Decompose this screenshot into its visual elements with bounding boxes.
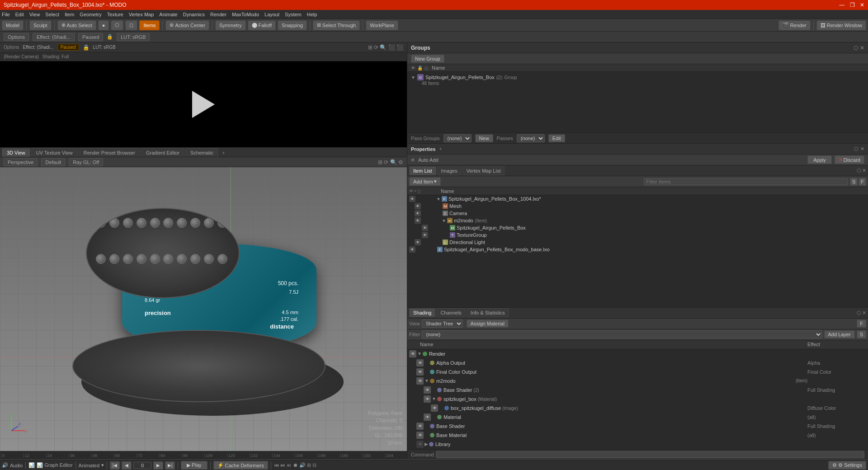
render-btn[interactable]: 🎬 Render [778, 20, 811, 30]
tab-add-btn[interactable]: + [219, 149, 227, 157]
menu-vertex-map[interactable]: Vertex Map [129, 12, 154, 17]
sh-row-m2modo[interactable]: 👁 ▼ m2modo (Item) [407, 376, 868, 385]
new-pass-btn[interactable]: New [475, 134, 493, 142]
default-select[interactable]: Default [41, 158, 65, 166]
snapping-btn[interactable]: Snapping [278, 20, 307, 30]
menu-dynamics[interactable]: Dynamics [183, 12, 205, 17]
new-group-btn[interactable]: New Group [411, 55, 444, 63]
menu-texture[interactable]: Texture [107, 12, 123, 17]
graph-editor-btn[interactable]: 📊 📊 Graph Editor [28, 462, 72, 468]
options-btn[interactable]: Options [4, 33, 29, 41]
sh-row-alpha[interactable]: 👁 ▼ Alpha Output Alpha [407, 358, 868, 367]
properties-close-icon[interactable]: ✕ [860, 146, 864, 152]
list-item[interactable]: 👁 ▼ F Spitzkugel_Airgun_Pellets_Box_1004… [407, 195, 868, 202]
sh-row-render[interactable]: 👁 ▼ Render [407, 349, 868, 358]
add-item-btn[interactable]: Add Item ▾ [409, 177, 441, 186]
menu-file[interactable]: File [2, 12, 10, 17]
play-btn[interactable]: ▶ Play [181, 461, 207, 470]
passes-select[interactable]: (none) [517, 134, 545, 142]
list-item[interactable]: 👁 C Camera [407, 210, 868, 217]
menu-item[interactable]: Item [65, 12, 74, 17]
shader-tree-select[interactable]: Shader Tree [422, 320, 463, 328]
items-btn[interactable]: Items [139, 20, 160, 30]
group-item[interactable]: ▼ G Spitzkugel_Airgun_Pellets_Box (2): G… [409, 74, 866, 81]
list-item[interactable]: 👁 F Spitzkugel_Airgun_Pellets_Box_modo_b… [407, 246, 868, 253]
list-item[interactable]: 👁 M Mesh [407, 202, 868, 210]
menu-geometry[interactable]: Geometry [80, 12, 101, 17]
tab-item-list[interactable]: Item List [409, 166, 436, 175]
apply-btn[interactable]: Apply [807, 155, 832, 164]
tab-info-stats[interactable]: Info & Statistics [467, 308, 509, 317]
tab-images[interactable]: Images [437, 166, 462, 175]
work-plane-btn[interactable]: WorkPlane [366, 20, 398, 30]
shading-filter-select[interactable]: (none) [422, 330, 822, 338]
tab-uv-texture[interactable]: UV Texture View [31, 148, 78, 157]
transport-prev-frame[interactable]: ◀ [122, 461, 132, 470]
maximize-btn[interactable]: ❐ [850, 2, 855, 8]
edit-pass-btn[interactable]: Edit [548, 134, 565, 142]
cmd-input[interactable] [436, 451, 864, 458]
face-btn[interactable]: ◻ [125, 20, 137, 30]
list-item[interactable]: 👁 M Spitzkugel_Airgun_Pellets_Box [407, 224, 868, 231]
close-btn[interactable]: ✕ [860, 2, 864, 8]
item-list-max-icon[interactable]: ⬡ [857, 168, 861, 174]
tab-shading[interactable]: Shading [409, 308, 435, 317]
menu-help[interactable]: Help [307, 12, 317, 17]
menu-render[interactable]: Render [210, 12, 226, 17]
menu-maxtomodo[interactable]: MaxToModo [232, 12, 259, 17]
sh-row-spitzkugel-mat[interactable]: 👁 ▼ spitzkugel_box (Material) [407, 395, 868, 404]
shading-f-btn[interactable]: F [857, 320, 866, 328]
sh-row-base-material[interactable]: 👁 ▼ Base Material (all) [407, 431, 868, 440]
model-tab[interactable]: Model [2, 20, 24, 30]
list-item[interactable]: 👁 T TextureGroup [407, 231, 868, 239]
falloff-btn[interactable]: ⬤ Falloff [248, 20, 276, 30]
pass-groups-select[interactable]: (none) [443, 134, 472, 142]
sh-row-material[interactable]: 👁 ▼ Material (all) [407, 413, 868, 422]
groups-collapse-icon[interactable]: ✕ [860, 45, 864, 51]
transport-prev-end[interactable]: |◀ [110, 461, 120, 470]
menu-layout[interactable]: Layout [264, 12, 279, 17]
menu-view[interactable]: View [29, 12, 40, 17]
vertex-btn[interactable]: ● [98, 20, 109, 30]
sh-row-library[interactable]: 👁 ▶ Library [407, 440, 868, 449]
effect-btn[interactable]: Effect: (Shadi... [33, 33, 75, 41]
settings-btn[interactable]: ⚙ ⚙ Settings [828, 461, 866, 470]
item-list-close-icon[interactable]: ✕ [862, 168, 866, 174]
item-list-f-icon[interactable]: F [859, 178, 866, 186]
animated-select[interactable]: Animated ▾ [79, 462, 104, 468]
select-through-btn[interactable]: ⊞ Select Through [313, 20, 360, 30]
menu-edit[interactable]: Edit [15, 12, 24, 17]
tab-vertex-map[interactable]: Vertex Map List [462, 166, 505, 175]
shading-s-btn[interactable]: S [857, 330, 866, 338]
groups-expand-icon[interactable]: ⬡ [854, 45, 858, 51]
properties-max-icon[interactable]: ⬡ [854, 146, 859, 152]
perspective-select[interactable]: Perspective [4, 158, 38, 166]
edge-btn[interactable]: ⬡ [111, 20, 123, 30]
assign-material-btn[interactable]: Assign Material [467, 320, 509, 328]
transport-next-frame[interactable]: ▶ [153, 461, 163, 470]
item-list-s-icon[interactable]: S [850, 178, 858, 186]
action-center-btn[interactable]: ⊛ Action Center [165, 20, 209, 30]
tab-3d-view[interactable]: 3D View [2, 148, 30, 157]
auto-select-btn[interactable]: ⊕ Auto Select [57, 20, 96, 30]
sh-row-final[interactable]: 👁 ▼ Final Color Output Final Color [407, 367, 868, 376]
menu-system[interactable]: System [285, 12, 302, 17]
render-area[interactable] [0, 61, 407, 147]
discard-btn[interactable]: ✕ Discard [835, 155, 864, 164]
shading-max-icon[interactable]: ⬡ [857, 310, 861, 316]
sculpt-tab[interactable]: Sculpt [29, 20, 52, 30]
cache-deformers-btn[interactable]: ⚡ Cache Deformers [213, 461, 268, 470]
menu-animate[interactable]: Animate [159, 12, 177, 17]
sh-row-base-shader[interactable]: 👁 ▼ Base Shader (2) Full Shading [407, 385, 868, 395]
list-item[interactable]: 👁 L Directional Light [407, 239, 868, 246]
paused-btn[interactable]: Paused [78, 33, 103, 41]
sh-row-diffuse-image[interactable]: 👁 ▼ box_spitzkugel_diffuse (Image) Diffu… [407, 404, 868, 413]
add-layer-btn[interactable]: Add Layer [824, 330, 855, 338]
minimize-btn[interactable]: — [839, 2, 844, 8]
tab-gradient-editor[interactable]: Gradient Editor [141, 148, 184, 157]
menu-select[interactable]: Select [45, 12, 59, 17]
render-window-btn[interactable]: 🖼 Render Window [816, 20, 866, 30]
tab-channels[interactable]: Channels [436, 308, 465, 317]
lut-btn[interactable]: LUT: sRGB [117, 33, 150, 41]
transport-next-end[interactable]: ▶| [165, 461, 175, 470]
